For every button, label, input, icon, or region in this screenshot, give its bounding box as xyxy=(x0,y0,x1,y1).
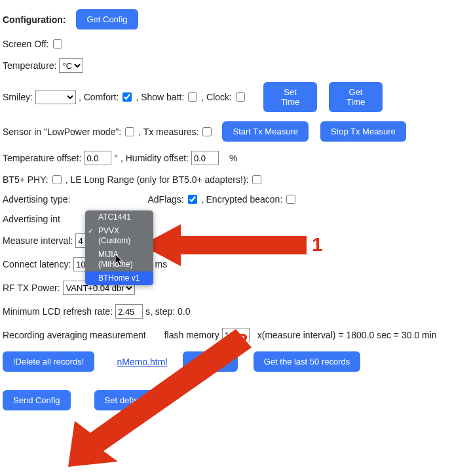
percent-label: % xyxy=(229,153,237,163)
recording-suffix: x(measure interval) = 1800.0 sec = 30.0 … xyxy=(257,330,437,340)
clock-label: , Clock: xyxy=(201,92,232,102)
screen-off-label: Screen Off: xyxy=(3,39,49,49)
get-last-50-button[interactable]: Get the last 50 records xyxy=(254,351,361,372)
clock-checkbox[interactable] xyxy=(236,92,245,102)
smiley-label: Smiley: xyxy=(3,92,33,102)
start-tx-button[interactable]: Start Tx Measure xyxy=(222,121,308,142)
annotation-arrow-1 xyxy=(141,219,307,271)
adv-type-dropdown[interactable]: ATC1441 PVVX (Custom) MIJIA (MiHome) BTH… xyxy=(85,210,153,285)
temp-offset-label: Temperature offset: xyxy=(3,153,81,163)
annotation-arrow-2 xyxy=(68,329,252,467)
bt5-phy-label: BT5+ PHY: xyxy=(3,174,48,185)
send-config-button[interactable]: Send Config xyxy=(3,390,71,410)
encrypted-checkbox[interactable] xyxy=(286,195,295,204)
comfort-label: , Comfort: xyxy=(79,92,119,102)
temperature-unit-select[interactable]: °C xyxy=(59,58,83,73)
get-config-button[interactable]: Get Config xyxy=(76,9,138,30)
adv-type-option-bthome[interactable]: BTHome v1 xyxy=(85,271,153,285)
lowpower-label: Sensor in "LowPower mode": xyxy=(3,127,121,137)
adv-type-option-pvvx[interactable]: PVVX (Custom) xyxy=(85,224,153,248)
encrypted-label: , Encrypted beacon: xyxy=(201,194,283,205)
adv-type-option-atc1441[interactable]: ATC1441 xyxy=(85,210,153,224)
lcd-refresh-suffix: s, step: 0.0 xyxy=(145,306,190,317)
lcd-refresh-label: Minimum LCD refresh rate: xyxy=(3,306,113,317)
svg-marker-1 xyxy=(141,224,307,266)
adflags-label: AdFlags: xyxy=(148,194,184,205)
tx-measures-label: , Tx measures: xyxy=(138,127,198,137)
bt5-phy-checkbox[interactable] xyxy=(52,175,62,184)
lowpower-checkbox[interactable] xyxy=(125,127,134,136)
set-time-button[interactable]: Set Time xyxy=(263,82,317,112)
measure-interval-label: Measure interval: xyxy=(3,235,73,246)
hum-offset-input[interactable] xyxy=(191,151,219,165)
screen-off-checkbox[interactable] xyxy=(53,39,62,49)
temp-offset-input[interactable] xyxy=(84,151,111,165)
le-long-range-checkbox[interactable] xyxy=(252,175,261,184)
smiley-select[interactable] xyxy=(35,90,76,104)
adv-interval-label: Advertising int xyxy=(3,214,60,224)
annotation-number-1: 1 xyxy=(312,233,323,256)
connect-latency-label: Connect latency: xyxy=(3,259,71,269)
lcd-refresh-input[interactable] xyxy=(115,304,143,319)
cursor-icon xyxy=(115,254,124,266)
le-long-range-label: , LE Long Range (only for BT5.0+ adapter… xyxy=(66,174,249,185)
rf-tx-power-label: RF TX Power: xyxy=(3,283,60,293)
hum-offset-label: , Humidity offset: xyxy=(121,153,189,163)
get-time-button[interactable]: Get Time xyxy=(329,82,383,112)
configuration-label: Configuration: xyxy=(3,14,66,25)
degree-label: ° xyxy=(114,153,118,163)
adv-type-label: Advertising type: xyxy=(3,194,71,205)
stop-tx-button[interactable]: Stop Tx Measure xyxy=(320,121,406,142)
temperature-label: Temperature: xyxy=(3,60,56,71)
comfort-checkbox[interactable] xyxy=(122,92,132,102)
svg-marker-2 xyxy=(68,329,252,467)
show-batt-label: , Show batt: xyxy=(136,92,184,102)
svg-marker-0 xyxy=(115,254,122,266)
show-batt-checkbox[interactable] xyxy=(188,92,197,102)
tx-measures-checkbox[interactable] xyxy=(202,127,212,136)
adflags-checkbox[interactable] xyxy=(188,195,197,204)
